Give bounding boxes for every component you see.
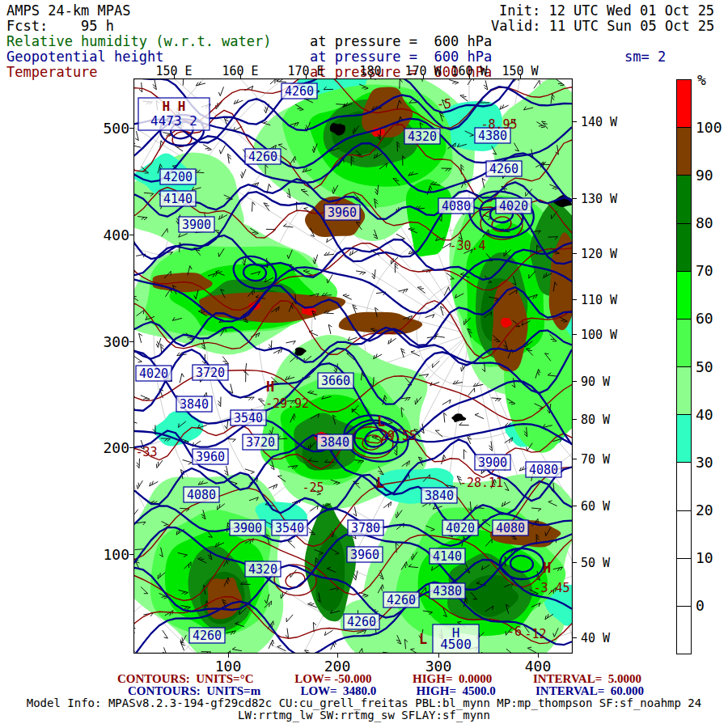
svg-text:3660: 3660 bbox=[321, 374, 350, 388]
right-tick-label-8: 60 W bbox=[581, 499, 610, 514]
colorbar-boundary-label-5: 50 bbox=[696, 358, 713, 375]
smoothing-indicator: sm= 2 bbox=[624, 49, 666, 64]
height-label-6: 4140 bbox=[160, 191, 196, 206]
right-tick-mark-9 bbox=[573, 562, 577, 563]
x-tick-mark-2 bbox=[438, 654, 439, 658]
weather-map: 4260432043804260426042004140390039604080… bbox=[133, 78, 573, 654]
pressure-center-marker-1: L bbox=[376, 475, 384, 491]
right-tick-mark-8 bbox=[573, 506, 577, 506]
colorbar-segment-11 bbox=[677, 607, 691, 654]
svg-text:3540: 3540 bbox=[234, 411, 263, 425]
init-time: Init: 12 UTC Wed 01 Oct 25 bbox=[499, 3, 714, 18]
right-tick-label-3: 110 W bbox=[581, 293, 617, 307]
height-label-14: 3840 bbox=[176, 396, 212, 412]
y-tick-label-0: 500 bbox=[91, 120, 129, 137]
high-center-box-2: H4500 bbox=[433, 624, 479, 654]
height-label-28: 3960 bbox=[347, 547, 383, 562]
model-info-line: Model Info: MPASv8.2.3-194-gf29cd82c CU:… bbox=[0, 696, 728, 709]
svg-text:4260: 4260 bbox=[248, 150, 277, 164]
height-label-29: 4140 bbox=[430, 548, 465, 564]
colorbar-boundary-label-0: 100 bbox=[696, 119, 722, 136]
svg-text:3720: 3720 bbox=[196, 366, 225, 380]
colorbar-boundary-label-10: 0 bbox=[696, 597, 705, 614]
svg-text:3720: 3720 bbox=[246, 435, 275, 450]
height-label-21: 3540 bbox=[272, 520, 307, 535]
height-label-1: 4320 bbox=[404, 129, 440, 144]
height-label-3: 4260 bbox=[486, 161, 522, 176]
colorbar-segment-2 bbox=[677, 176, 691, 223]
top-tick-mark-4 bbox=[423, 74, 424, 78]
svg-text:4080: 4080 bbox=[442, 199, 471, 214]
svg-text:4260: 4260 bbox=[387, 593, 416, 607]
height-label-0: 4260 bbox=[281, 83, 317, 99]
colorbar-boundary-label-3: 70 bbox=[696, 262, 713, 279]
forecast-hour: Fcst: 95 h bbox=[6, 19, 114, 33]
right-tick-mark-2 bbox=[573, 253, 577, 254]
right-tick-mark-0 bbox=[573, 121, 577, 122]
colorbar-segment-4 bbox=[677, 272, 691, 320]
field-level-rh: at pressure = 600 hPa bbox=[310, 34, 492, 49]
svg-text:4320: 4320 bbox=[248, 562, 277, 577]
colorbar-boundary-label-8: 20 bbox=[696, 502, 713, 518]
right-tick-mark-10 bbox=[573, 637, 577, 638]
svg-text:3780: 3780 bbox=[351, 521, 380, 535]
temperature-label-3: -33 bbox=[135, 445, 157, 459]
top-tick-mark-1 bbox=[240, 74, 241, 78]
height-label-22: 3900 bbox=[475, 455, 510, 470]
pressure-center-marker-0: L bbox=[377, 413, 385, 430]
height-label-31: 4380 bbox=[430, 583, 465, 599]
right-tick-mark-3 bbox=[573, 299, 577, 300]
right-tick-mark-4 bbox=[573, 334, 577, 335]
colorbar-segment-1 bbox=[677, 128, 691, 176]
height-label-19: 4080 bbox=[184, 487, 219, 502]
svg-text:H H: H H bbox=[163, 99, 186, 114]
svg-text:3900: 3900 bbox=[233, 521, 262, 535]
top-tick-mark-5 bbox=[469, 74, 470, 78]
svg-text:4260: 4260 bbox=[489, 162, 518, 176]
colorbar-segment-6 bbox=[677, 367, 691, 415]
y-tick-mark-3 bbox=[129, 447, 133, 448]
temperature-label-2: -30.4 bbox=[449, 239, 485, 253]
colorbar-boundary-label-6: 40 bbox=[696, 406, 713, 423]
height-label-9: 4080 bbox=[438, 198, 474, 214]
temperature-label-7: -25 bbox=[302, 480, 324, 495]
height-label-5: 4200 bbox=[160, 169, 196, 184]
valid-time: Valid: 11 UTC Sun 05 Oct 25 bbox=[491, 19, 714, 33]
height-label-17: 3840 bbox=[317, 434, 353, 450]
height-label-34: 4260 bbox=[189, 628, 225, 643]
height-label-32: 4260 bbox=[383, 592, 419, 607]
svg-text:3840: 3840 bbox=[180, 397, 209, 412]
colorbar-boundary-label-7: 30 bbox=[696, 454, 713, 471]
svg-text:4080: 4080 bbox=[529, 463, 558, 477]
high-center-box: H H4473 2 bbox=[138, 98, 210, 130]
temperature-label-6: -28.11 bbox=[459, 476, 503, 490]
pressure-center-marker-4: H bbox=[543, 560, 551, 576]
temperature-label-1: -8.95 bbox=[480, 117, 517, 132]
svg-text:3960: 3960 bbox=[350, 548, 379, 562]
x-tick-mark-0 bbox=[228, 654, 229, 658]
physics-info-line: LW:rrtmg_lw SW:rrtmg_sw SFLAY:sf_mynn bbox=[0, 709, 728, 722]
colorbar-segment-10 bbox=[677, 559, 691, 607]
colorbar-segment-3 bbox=[677, 224, 691, 272]
pressure-center-marker-3: L bbox=[419, 631, 427, 647]
svg-text:4140: 4140 bbox=[433, 549, 462, 564]
svg-text:4140: 4140 bbox=[163, 192, 193, 206]
right-tick-label-2: 120 W bbox=[581, 247, 617, 261]
height-label-4: 4260 bbox=[245, 149, 281, 164]
height-label-24: 3840 bbox=[421, 488, 457, 503]
colorbar-boundary-label-4: 60 bbox=[696, 310, 713, 327]
temperature-label-5: -29.55 bbox=[373, 429, 417, 443]
height-label-25: 3780 bbox=[348, 520, 383, 535]
y-tick-label-3: 200 bbox=[91, 439, 129, 456]
colorbar-segment-7 bbox=[677, 415, 691, 463]
svg-text:3540: 3540 bbox=[275, 521, 304, 535]
right-tick-label-7: 70 W bbox=[581, 452, 610, 467]
y-tick-label-1: 400 bbox=[91, 226, 129, 243]
height-label-23: 4080 bbox=[526, 462, 561, 477]
svg-text:4500: 4500 bbox=[440, 637, 472, 652]
height-label-12: 3720 bbox=[193, 365, 228, 380]
temperature-label-10: -12 bbox=[524, 627, 546, 641]
svg-text:4080: 4080 bbox=[496, 521, 525, 535]
svg-text:4020: 4020 bbox=[499, 199, 528, 214]
svg-text:4473 2: 4473 2 bbox=[150, 113, 197, 129]
